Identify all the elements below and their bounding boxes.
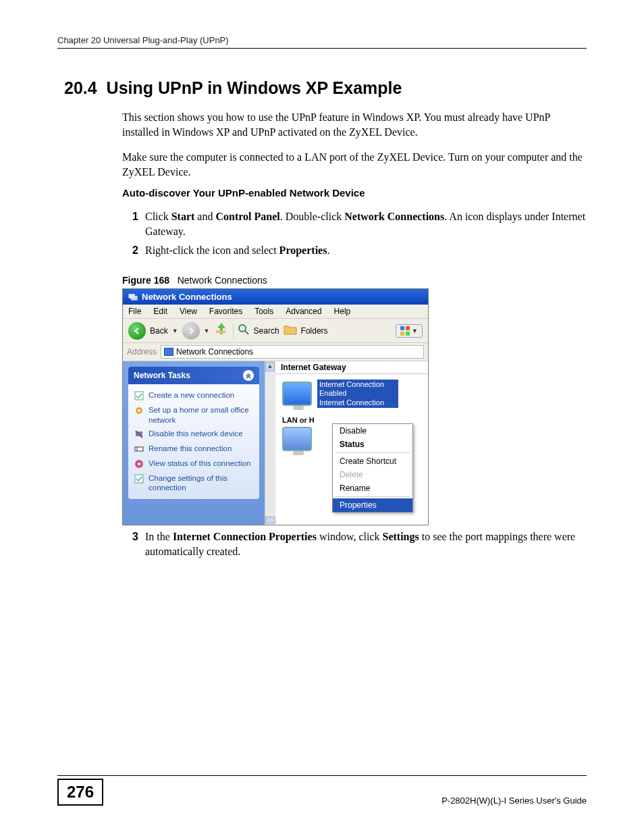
folders-button[interactable]: Folders: [301, 326, 328, 336]
body-para-1: This section shows you how to use the UP…: [122, 110, 587, 139]
settings-icon: [134, 473, 144, 484]
forward-button[interactable]: [182, 322, 200, 340]
back-label[interactable]: Back: [150, 326, 168, 336]
page-number: 276: [57, 779, 103, 806]
group-internet-gateway: Internet Gateway: [275, 361, 428, 374]
step-number: 3: [122, 529, 138, 544]
up-button[interactable]: [214, 321, 229, 340]
disable-icon: [134, 429, 144, 440]
network-setup-icon: [134, 405, 144, 416]
task-setup-network[interactable]: Set up a home or small office network: [134, 403, 254, 427]
window-title: Network Connections: [142, 292, 232, 302]
task-change-settings[interactable]: Change settings of this connection: [134, 471, 254, 495]
svg-rect-1: [131, 296, 137, 300]
address-bar: Address Network Connections: [123, 343, 428, 361]
ctx-separator: [336, 452, 410, 453]
context-menu: Disable Status Create Shortcut Delete Re…: [332, 423, 413, 513]
wizard-icon: [134, 390, 144, 401]
connection-label: Internet Connection Enabled Internet Con…: [317, 380, 398, 408]
sidebar: Network Tasks Create a new connection Se: [123, 361, 265, 525]
search-icon: [238, 323, 250, 338]
connection-icon: [282, 382, 312, 406]
svg-rect-10: [135, 447, 143, 451]
task-view-status[interactable]: View status of this connection: [134, 457, 254, 471]
menu-favorites[interactable]: Favorites: [209, 307, 242, 316]
tasks-header[interactable]: Network Tasks: [128, 367, 259, 384]
main-area: Internet Gateway Internet Connection Ena…: [275, 361, 428, 525]
status-icon: [134, 459, 144, 469]
group-lan: LAN or H: [282, 416, 315, 424]
search-button[interactable]: Search: [254, 326, 279, 336]
step-number: 1: [122, 209, 138, 224]
figure-label: Figure 168 Network Connections: [122, 275, 587, 286]
ctx-rename[interactable]: Rename: [333, 481, 412, 495]
menubar: File Edit View Favorites Tools Advanced …: [123, 305, 428, 319]
menu-file[interactable]: File: [128, 307, 141, 316]
menu-view[interactable]: View: [180, 307, 197, 316]
task-rename-connection[interactable]: Rename this connection: [134, 442, 254, 457]
section-number: 20.4: [64, 78, 97, 97]
folders-icon: [284, 323, 297, 338]
ctx-status[interactable]: Status: [333, 438, 412, 451]
address-label: Address: [127, 347, 157, 357]
back-dropdown-icon[interactable]: ▼: [172, 328, 178, 334]
internet-connection-item[interactable]: Internet Connection Enabled Internet Con…: [275, 374, 428, 413]
chapter-header: Chapter 20 Universal Plug-and-Play (UPnP…: [57, 35, 587, 49]
scrollbar[interactable]: ▲: [265, 361, 275, 525]
rename-icon: [134, 444, 144, 454]
step-number: 2: [122, 243, 138, 258]
svg-point-7: [138, 409, 140, 412]
step-2: 2 Right-click the icon and select Proper…: [122, 243, 587, 258]
task-disable-device[interactable]: Disable this network device: [134, 427, 254, 442]
svg-rect-2: [216, 330, 225, 333]
footer: 276 P-2802H(W)(L)-I Series User's Guide: [57, 775, 587, 806]
views-button[interactable]: ▼: [396, 324, 423, 338]
collapse-icon[interactable]: [243, 370, 254, 381]
address-icon: [164, 348, 173, 356]
ctx-delete: Delete: [333, 468, 412, 481]
sub-heading: Auto-discover Your UPnP-enabled Network …: [122, 187, 587, 199]
guide-name: P-2802H(W)(L)-I Series User's Guide: [441, 796, 587, 806]
menu-edit[interactable]: Edit: [153, 307, 167, 316]
lan-icon: [282, 427, 312, 451]
svg-rect-14: [135, 475, 143, 483]
svg-line-4: [245, 331, 248, 334]
svg-point-3: [239, 325, 246, 332]
window-icon: [128, 292, 138, 302]
svg-point-13: [138, 463, 140, 465]
views-dropdown-icon: ▼: [412, 328, 418, 334]
step-3: 3 In the Internet Connection Properties …: [122, 529, 587, 558]
titlebar: Network Connections: [123, 289, 428, 305]
scroll-up-icon[interactable]: ▲: [265, 362, 275, 371]
svg-rect-5: [135, 392, 143, 400]
body-para-2: Make sure the computer is connected to a…: [122, 150, 587, 179]
ctx-separator: [336, 496, 410, 497]
toolbar: Back ▼ ▼ Search Folders ▼: [123, 319, 428, 343]
section-title: Using UPnP in Windows XP Example: [107, 78, 402, 97]
menu-tools[interactable]: Tools: [254, 307, 273, 316]
ctx-disable[interactable]: Disable: [333, 424, 412, 438]
ctx-properties[interactable]: Properties: [333, 498, 412, 512]
views-icon: [400, 326, 410, 336]
address-field[interactable]: Network Connections: [161, 345, 424, 359]
back-button[interactable]: [128, 322, 146, 340]
task-create-connection[interactable]: Create a new connection: [134, 388, 254, 403]
step-1: 1 Click Start and Control Panel. Double-…: [122, 209, 587, 238]
forward-dropdown-icon[interactable]: ▼: [204, 328, 210, 334]
xp-window: Network Connections File Edit View Favor…: [122, 288, 429, 525]
section-heading: 20.4 Using UPnP in Windows XP Example: [64, 78, 587, 98]
scroll-handle-icon[interactable]: [265, 517, 275, 523]
ctx-create-shortcut[interactable]: Create Shortcut: [333, 454, 412, 468]
address-value: Network Connections: [176, 347, 253, 357]
menu-advanced[interactable]: Advanced: [286, 307, 321, 316]
menu-help[interactable]: Help: [334, 307, 351, 316]
